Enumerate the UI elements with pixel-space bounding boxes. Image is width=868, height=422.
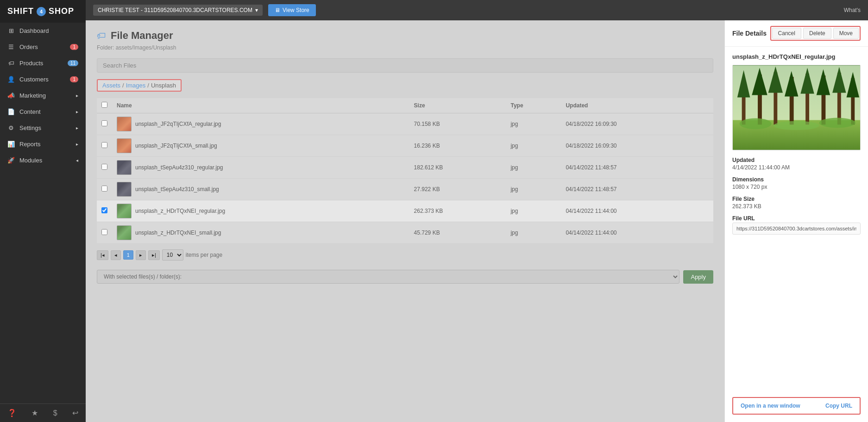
table-row[interactable]: unsplash_tSepAu4z310_small.jpg 27.922 KB… [97, 179, 713, 200]
fd-filesize-label: File Size [732, 196, 861, 202]
sidebar-item-label: Customers [19, 76, 49, 83]
products-badge: 11 [68, 60, 78, 66]
bulk-action-select[interactable]: With selected files(s) / folder(s): [97, 270, 679, 284]
sidebar-item-products[interactable]: 🏷 Products 11 [0, 55, 86, 71]
sidebar-item-label: Orders [19, 43, 38, 50]
row-checkbox[interactable] [101, 207, 107, 213]
sidebar-item-marketing[interactable]: 📣 Marketing ▸ [0, 87, 86, 104]
fm-header: 🏷 File Manager [97, 30, 713, 42]
file-updated: 04/14/2022 11:48:57 [561, 157, 713, 179]
sidebar-item-modules[interactable]: 🚀 Modules ◂ [0, 152, 86, 168]
file-updated: 04/14/2022 11:48:57 [561, 179, 713, 200]
breadcrumb-assets[interactable]: Assets [102, 82, 120, 89]
row-checkbox[interactable] [101, 186, 107, 192]
settings-expand-icon: ▸ [76, 125, 78, 130]
breadcrumb-unsplash: Unsplash [151, 82, 176, 89]
file-type: jpg [506, 135, 561, 157]
breadcrumb-sep-2: / [147, 82, 149, 89]
fd-dimensions-value: 1080 x 720 px [732, 184, 861, 190]
fd-image-preview [732, 65, 861, 150]
apply-button[interactable]: Apply [683, 270, 713, 284]
logo-text: SHIFT [7, 6, 34, 16]
row-checkbox[interactable] [101, 142, 107, 148]
select-all-checkbox[interactable] [101, 102, 107, 108]
copy-url-link[interactable]: Copy URL [825, 403, 852, 409]
sidebar-item-content[interactable]: 📄 Content ▸ [0, 104, 86, 120]
star-icon[interactable]: ★ [31, 409, 38, 417]
table-row[interactable]: unsplash_tSepAu4z310_regular.jpg 182.612… [97, 157, 713, 179]
sidebar-item-orders[interactable]: ☰ Orders 1 [0, 39, 86, 55]
breadcrumb: Assets / Images / Unsplash [97, 79, 182, 92]
fd-url-input[interactable] [732, 223, 861, 235]
fd-header: File Details Cancel Delete Move [725, 20, 868, 47]
page-title: File Manager [111, 30, 173, 42]
view-store-button[interactable]: 🖥 View Store [268, 4, 316, 16]
search-input[interactable] [97, 58, 713, 73]
table-row[interactable]: unsplash_JF2qTIjCXfA_small.jpg 16.236 KB… [97, 135, 713, 157]
cancel-button[interactable]: Cancel [772, 28, 801, 39]
sidebar-item-label: Marketing [19, 92, 46, 99]
fd-filesize-value: 262.373 KB [732, 203, 861, 210]
whats-new-text: What's [844, 7, 861, 13]
row-checkbox[interactable] [101, 164, 107, 170]
page-first-button[interactable]: |◂ [97, 250, 108, 260]
file-thumbnail [117, 138, 132, 153]
fd-panel-title: File Details [732, 30, 767, 37]
fd-filename: unsplash_z_HDrTQxNEI_regular.jpg [732, 53, 861, 60]
per-page-select[interactable]: 10 25 50 [162, 249, 183, 261]
file-name: unsplash_z_HDrTQxNEI_small.jpg [135, 230, 221, 236]
view-store-label: View Store [283, 7, 309, 13]
file-updated: 04/18/2022 16:09:30 [561, 135, 713, 157]
customers-badge: 1 [70, 76, 78, 82]
row-checkbox[interactable] [101, 120, 107, 126]
breadcrumb-sep-1: / [122, 82, 124, 89]
file-size: 45.729 KB [409, 222, 506, 244]
sidebar-item-dashboard[interactable]: ⊞ Dashboard [0, 23, 86, 39]
logo-text-2: SHOP [49, 6, 74, 16]
fd-dimensions-row: Dimensions 1080 x 720 px [732, 176, 861, 190]
file-name: unsplash_JF2qTIjCXfA_regular.jpg [135, 121, 221, 127]
sidebar-item-reports[interactable]: 📊 Reports ▸ [0, 136, 86, 152]
file-size: 262.373 KB [409, 200, 506, 222]
modules-icon: 🚀 [7, 157, 15, 164]
sidebar-item-label: Products [19, 60, 43, 67]
monitor-icon: 🖥 [275, 7, 280, 13]
sidebar-item-label: Dashboard [19, 27, 49, 34]
main-area: CHRISTIE TEST - 311D59520840700.3DCARTST… [86, 0, 868, 422]
pagination: |◂ ◂ 1 ▸ ▸| 10 25 50 items per page [97, 244, 713, 266]
open-new-window-link[interactable]: Open in a new window [741, 403, 800, 409]
fd-url-label: File URL [732, 215, 861, 222]
file-name: unsplash_JF2qTIjCXfA_small.jpg [135, 143, 217, 149]
products-icon: 🏷 [7, 60, 15, 67]
dollar-icon[interactable]: $ [53, 409, 57, 417]
bulk-action-bar: With selected files(s) / folder(s): Appl… [97, 266, 713, 287]
file-thumbnail [117, 117, 132, 131]
page-1-button[interactable]: 1 [123, 250, 133, 260]
breadcrumb-images[interactable]: Images [126, 82, 146, 89]
table-row[interactable]: unsplash_z_HDrTQxNEI_regular.jpg 262.373… [97, 200, 713, 222]
row-checkbox[interactable] [101, 229, 107, 235]
file-type: jpg [506, 157, 561, 179]
file-type: jpg [506, 179, 561, 200]
orders-icon: ☰ [7, 43, 15, 50]
page-prev-button[interactable]: ◂ [111, 250, 121, 260]
file-updated: 04/14/2022 11:44:00 [561, 200, 713, 222]
collapse-icon[interactable]: ↩ [72, 409, 78, 417]
page-next-button[interactable]: ▸ [136, 250, 146, 260]
file-updated: 04/14/2022 11:44:00 [561, 222, 713, 244]
move-button[interactable]: Move [833, 28, 859, 39]
fd-updated-row: Updated 4/14/2022 11:44:00 AM [732, 157, 861, 171]
sidebar-item-customers[interactable]: 👤 Customers 1 [0, 71, 86, 87]
help-icon[interactable]: ❓ [7, 409, 17, 417]
table-row[interactable]: unsplash_JF2qTIjCXfA_regular.jpg 70.158 … [97, 113, 713, 135]
sidebar-item-settings[interactable]: ⚙ Settings ▸ [0, 120, 86, 136]
delete-button[interactable]: Delete [803, 28, 831, 39]
store-selector[interactable]: CHRISTIE TEST - 311D59520840700.3DCARTST… [93, 5, 263, 16]
sidebar-bottom: ❓ ★ $ ↩ [0, 403, 86, 422]
page-last-button[interactable]: ▸| [148, 250, 160, 260]
table-row[interactable]: unsplash_z_HDrTQxNEI_small.jpg 45.729 KB… [97, 222, 713, 244]
col-type: Type [506, 98, 561, 113]
file-type: jpg [506, 222, 561, 244]
col-size: Size [409, 98, 506, 113]
fd-actions: Open in a new window Copy URL [732, 397, 861, 415]
